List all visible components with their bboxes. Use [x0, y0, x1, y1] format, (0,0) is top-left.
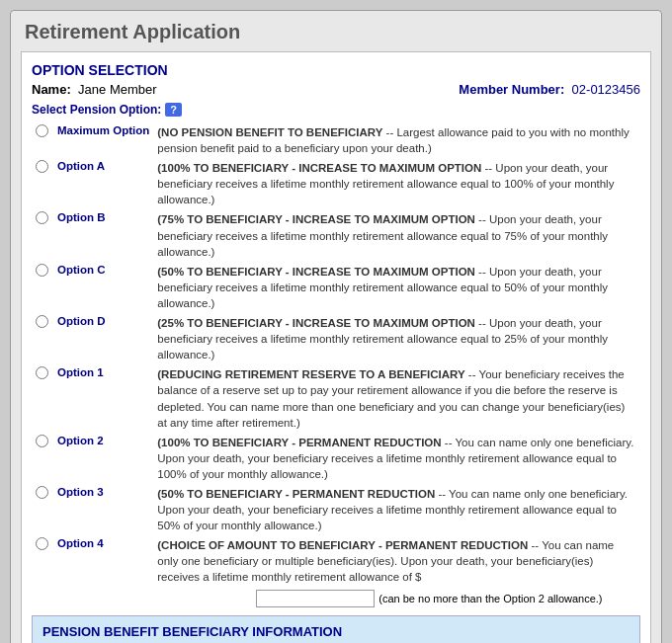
option-row-option2: Option 2(100% TO BENEFICIARY - PERMANENT… [32, 433, 640, 484]
option-name-optionD: Option D [53, 313, 153, 364]
radio-maximum[interactable] [36, 124, 48, 137]
name-field: Name: Jane Member [32, 82, 157, 97]
select-pension-row: Select Pension Option: ? [32, 103, 640, 117]
option-row-optionB: Option B(75% TO BENEFICIARY - INCREASE T… [32, 209, 640, 261]
option4-amount-cell: (can be no more than the Option 2 allowa… [153, 588, 640, 609]
option4-suffix: (can be no more than the Option 2 allowa… [378, 593, 602, 604]
beneficiary-title: PENSION BENEFIT BENEFICIARY INFORMATION [42, 624, 630, 639]
page-wrapper: Retirement Application OPTION SELECTION … [10, 10, 662, 643]
option-name-optionA: Option A [53, 158, 153, 209]
options-table: Maximum Option(NO PENSION BENEFIT TO BEN… [32, 122, 640, 609]
member-number-label: Member Number: [459, 82, 564, 97]
option-name-optionB: Option B [53, 209, 153, 261]
option-desc-option2: (100% TO BENEFICIARY - PERMANENT REDUCTI… [153, 433, 640, 484]
radio-option2[interactable] [36, 435, 48, 447]
option-desc-optionD: (25% TO BENEFICIARY - INCREASE TO MAXIMU… [153, 313, 640, 364]
option-desc-optionC: (50% TO BENEFICIARY - INCREASE TO MAXIMU… [153, 262, 640, 313]
option-desc-option3: (50% TO BENEFICIARY - PERMANENT REDUCTIO… [153, 484, 640, 535]
option-row-option4: Option 4(CHOICE OF AMOUNT TO BENEFICIARY… [32, 535, 640, 587]
name-value: Jane Member [78, 82, 156, 97]
beneficiary-section: PENSION BENEFIT BENEFICIARY INFORMATION … [32, 615, 640, 643]
option-row-option1: Option 1(REDUCING RETIREMENT RESERVE TO … [32, 364, 640, 432]
member-number-field: Member Number: 02-0123456 [459, 82, 640, 97]
radio-option4[interactable] [36, 537, 48, 550]
option4-amount-row: (can be no more than the Option 2 allowa… [32, 588, 640, 609]
member-number-value: 02-0123456 [572, 82, 640, 97]
name-row: Name: Jane Member Member Number: 02-0123… [32, 82, 640, 97]
option-name-maximum: Maximum Option [53, 122, 153, 158]
option-row-optionA: Option A(100% TO BENEFICIARY - INCREASE … [32, 158, 640, 209]
option-desc-optionA: (100% TO BENEFICIARY - INCREASE TO MAXIM… [153, 158, 640, 209]
option-desc-option1: (REDUCING RETIREMENT RESERVE TO A BENEFI… [153, 364, 640, 432]
option-name-option4: Option 4 [53, 535, 153, 587]
radio-optionD[interactable] [36, 315, 48, 328]
option-desc-option4: (CHOICE OF AMOUNT TO BENEFICIARY - PERMA… [153, 535, 640, 587]
option-name-option1: Option 1 [53, 364, 153, 432]
option-row-option3: Option 3(50% TO BENEFICIARY - PERMANENT … [32, 484, 640, 535]
select-pension-label: Select Pension Option: [32, 103, 161, 117]
option-desc-optionB: (75% TO BENEFICIARY - INCREASE TO MAXIMU… [153, 209, 640, 261]
main-content: OPTION SELECTION Name: Jane Member Membe… [21, 51, 651, 643]
radio-optionB[interactable] [36, 211, 48, 224]
radio-option3[interactable] [36, 486, 48, 499]
option-row-maximum: Maximum Option(NO PENSION BENEFIT TO BEN… [32, 122, 640, 158]
option-name-option3: Option 3 [53, 484, 153, 535]
radio-option1[interactable] [36, 366, 48, 379]
option4-amount-input[interactable] [256, 590, 375, 607]
help-button[interactable]: ? [165, 103, 182, 117]
option-name-optionC: Option C [53, 262, 153, 313]
option-row-optionC: Option C(50% TO BENEFICIARY - INCREASE T… [32, 262, 640, 313]
amount-input-area: (can be no more than the Option 2 allowa… [157, 590, 636, 607]
option-name-option2: Option 2 [53, 433, 153, 484]
page-title: Retirement Application [21, 21, 651, 43]
option-row-optionD: Option D(25% TO BENEFICIARY - INCREASE T… [32, 313, 640, 364]
radio-optionA[interactable] [36, 160, 48, 173]
radio-optionC[interactable] [36, 264, 48, 277]
name-label: Name: [32, 82, 71, 97]
option-desc-maximum: (NO PENSION BENEFIT TO BENEFICIARY -- La… [153, 122, 640, 158]
option-selection-title: OPTION SELECTION [32, 62, 640, 78]
